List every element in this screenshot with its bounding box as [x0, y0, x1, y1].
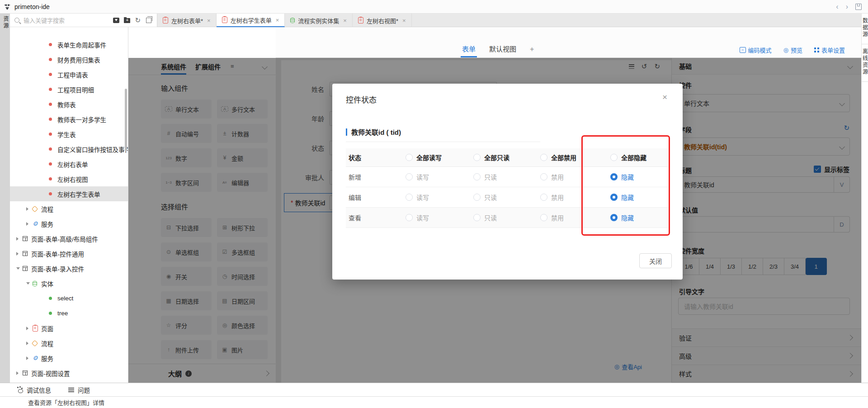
offline-resources-rail-tab[interactable]: 离线资源 [862, 44, 868, 82]
tree-item[interactable]: 工程申请表 [10, 67, 128, 82]
radio-option[interactable]: 读写 [406, 172, 429, 181]
radio-option[interactable]: 读写 [406, 213, 429, 222]
tree-item-label: 页面-表单-高级/布局组件 [31, 234, 98, 243]
tree-scrollbar[interactable] [125, 89, 127, 151]
tree-item-icon [23, 236, 31, 241]
tree-item[interactable]: 自定义窗口操作按钮及事件 [10, 142, 128, 157]
canvas-action-button[interactable]: 编码模式 [740, 46, 772, 54]
tree-item[interactable]: 流程 [10, 336, 128, 351]
radio-option[interactable]: 禁用 [540, 172, 564, 181]
tree-item[interactable]: 左树右学生表单 [10, 186, 128, 201]
tree-item[interactable]: 页面-表单-高级/布局组件 [10, 231, 128, 246]
tree-expand-icon[interactable] [26, 222, 33, 226]
tree-item[interactable]: 左树右表单 [10, 157, 128, 171]
search-input[interactable]: 输入关键字搜索 [24, 16, 113, 24]
radio-label: 读写 [416, 213, 429, 222]
view-tab[interactable]: 表单 [462, 44, 476, 57]
tree-item[interactable]: 工程项目明细 [10, 82, 128, 97]
radio-option[interactable]: 只读 [473, 213, 497, 222]
tree-item[interactable]: 表单生命周起事件 [10, 37, 128, 52]
radio-icon [473, 173, 481, 180]
tree-item[interactable]: 学生表 [10, 127, 128, 142]
tree-expand-icon[interactable] [26, 356, 33, 360]
tree-item-icon [23, 370, 31, 375]
resources-rail-tab[interactable]: 资源 [2, 16, 9, 29]
canvas-header: 表单默认视图+ 编码模式 预览 表单设置 [276, 27, 861, 58]
modal-close-icon[interactable]: × [662, 93, 667, 101]
debug-info-label: 调试信息 [27, 385, 51, 394]
radio-option[interactable]: 全部禁用 [540, 153, 576, 162]
tree-item[interactable]: 实体 [10, 276, 128, 291]
tree-expand-icon[interactable] [16, 237, 23, 241]
collapse-panels-icon[interactable] [146, 18, 151, 23]
tree-item[interactable]: 服务 [10, 216, 128, 231]
radio-option[interactable]: 只读 [473, 172, 497, 181]
view-tab[interactable]: 默认视图 [489, 44, 516, 57]
tab-close-icon[interactable]: × [343, 17, 347, 24]
radio-option[interactable]: 只读 [473, 193, 497, 202]
tree-item[interactable]: select [10, 291, 128, 306]
tree-item[interactable]: 流程 [10, 201, 128, 216]
save-icon[interactable] [855, 4, 862, 10]
tree-item-label: select [57, 295, 73, 302]
problems-tab[interactable]: 问题 [68, 385, 90, 394]
tree-item[interactable]: 服务 [10, 351, 128, 365]
titlebar: primeton-ide ‹ › [0, 0, 868, 14]
tab-label: 左树右视图* [367, 16, 398, 25]
tree-item[interactable]: 页面-表单-录入控件 [10, 261, 128, 276]
tree-expand-icon[interactable] [16, 267, 23, 270]
tree-item-label: 工程项目明细 [57, 85, 94, 94]
tree-item[interactable]: 教师表 [10, 97, 128, 112]
editor-tab[interactable]: 左树右表单* × [157, 14, 217, 27]
radio-option[interactable]: 全部读写 [406, 153, 442, 162]
resource-tree-panel: 表单生命周起事件 财务费用归集表 工程申请表 工程项目明细 教师表 教师表一对多… [10, 27, 128, 383]
canvas-action-button[interactable]: 表单设置 [814, 46, 845, 54]
tree-item[interactable]: tree [10, 306, 128, 321]
tree-item[interactable]: 教师表一对多学生 [10, 112, 128, 127]
canvas-actions: 编码模式 预览 表单设置 [740, 46, 845, 54]
close-button[interactable]: 关闭 [639, 253, 672, 268]
tree-item[interactable]: 页面-表单-控件通用 [10, 246, 128, 261]
radio-option[interactable]: 禁用 [540, 193, 564, 202]
tab-close-icon[interactable]: × [276, 17, 279, 24]
action-label: 表单设置 [821, 46, 845, 54]
tree-item[interactable]: 页面-视图设置 [10, 365, 128, 380]
view-tab[interactable]: + [530, 45, 534, 57]
refresh-icon[interactable] [135, 16, 141, 24]
tree-expand-icon[interactable] [26, 282, 33, 285]
radio-label: 读写 [416, 193, 429, 202]
canvas-action-button[interactable]: 预览 [783, 46, 802, 54]
editor-tab[interactable]: 左树右学生表单 × [217, 14, 285, 27]
tab-close-icon[interactable]: × [207, 17, 211, 24]
tree-item[interactable]: 财务费用归集表 [10, 52, 128, 67]
tab-label: 流程实例实体集 [298, 16, 339, 25]
editor-tab[interactable]: 左树右视图* × [353, 14, 412, 27]
tree-expand-icon[interactable] [16, 252, 23, 256]
tree-item-label: 页面 [41, 324, 53, 333]
problems-label: 问题 [78, 385, 90, 394]
editor-tab[interactable]: 流程实例实体集 × [285, 14, 353, 27]
radio-icon [406, 154, 413, 161]
tree-item-label: 流程 [41, 204, 53, 213]
radio-option[interactable]: 全部只读 [473, 153, 509, 162]
radio-option[interactable]: 读写 [406, 193, 429, 202]
nav-forward-icon[interactable]: › [846, 3, 848, 10]
debug-info-tab[interactable]: 调试信息 [18, 385, 51, 394]
import-resource-icon[interactable] [113, 18, 119, 23]
radio-icon [473, 154, 481, 161]
tree-item[interactable]: 页面 [10, 321, 128, 336]
tree-item[interactable]: 左树右视图 [10, 171, 128, 186]
new-folder-icon[interactable] [124, 18, 130, 23]
tree-expand-icon[interactable] [26, 327, 33, 330]
tab-close-icon[interactable]: × [402, 17, 406, 24]
tree-expand-icon[interactable] [16, 371, 23, 375]
tree-item-icon [49, 88, 57, 91]
datasource-rail-tab[interactable]: 数据源 [862, 14, 868, 44]
tree-item-label: 左树右视图 [57, 175, 88, 184]
action-label: 预览 [791, 46, 802, 54]
radio-option[interactable]: 禁用 [540, 213, 564, 222]
tree-item-label: 表单生命周起事件 [57, 40, 106, 49]
radio-label: 只读 [484, 193, 497, 202]
nav-back-icon[interactable]: ‹ [836, 3, 838, 10]
tree-item-label: 教师表一对多学生 [57, 115, 106, 124]
